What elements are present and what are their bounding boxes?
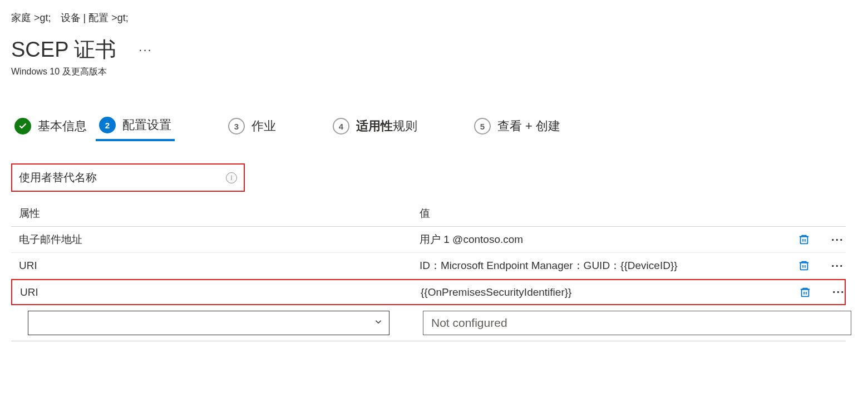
cell-attr: 电子邮件地址 — [19, 232, 408, 247]
section-subject-alt-name: 使用者替代名称 i — [11, 163, 245, 192]
san-table: 属性 值 电子邮件地址 用户 1 @contoso.com ··· URI ID… — [11, 201, 846, 341]
svg-rect-0 — [801, 237, 808, 244]
cell-attr: URI — [20, 286, 410, 298]
value-input[interactable]: Not configured — [423, 311, 851, 335]
delete-icon[interactable] — [799, 286, 832, 298]
cell-value: 用户 1 @contoso.com — [408, 232, 798, 247]
breadcrumb-devices[interactable]: 设备 | 配置 >gt; — [61, 12, 129, 23]
breadcrumb[interactable]: 家庭 >gt; 设备 | 配置 >gt; — [11, 11, 857, 24]
more-actions-button[interactable]: ··· — [139, 43, 152, 57]
breadcrumb-home[interactable]: 家庭 >gt; — [11, 12, 51, 23]
tab-basics-label: 基本信息 — [38, 118, 87, 135]
col-attribute: 属性 — [19, 206, 408, 221]
tab-configuration[interactable]: 2 配置设置 — [96, 111, 175, 141]
delete-icon[interactable] — [798, 233, 831, 246]
svg-rect-1 — [801, 263, 808, 270]
attribute-select[interactable] — [28, 311, 389, 335]
step-5-icon: 5 — [474, 118, 491, 135]
check-icon — [14, 118, 31, 135]
table-row: URI {{OnPremisesSecurityIdentifier}} ··· — [11, 279, 846, 305]
page-subtitle: Windows 10 及更高版本 — [11, 66, 857, 78]
tab-applicability-label: 适用性规则 — [356, 118, 417, 135]
chevron-down-icon — [373, 317, 383, 330]
new-row: Not configured — [11, 305, 846, 341]
info-icon[interactable]: i — [226, 172, 237, 183]
tab-review[interactable]: 5 查看 + 创建 — [471, 112, 564, 140]
cell-attr: URI — [19, 260, 408, 272]
wizard-tabs: 基本信息 2 配置设置 3 作业 4 适用性规则 5 查看 + 创建 — [11, 111, 857, 141]
tab-basics[interactable]: 基本信息 — [11, 112, 90, 140]
tab-review-label: 查看 + 创建 — [497, 118, 560, 135]
table-header: 属性 值 — [11, 201, 846, 227]
row-more-icon[interactable]: ··· — [832, 286, 855, 298]
tab-configuration-label: 配置设置 — [122, 117, 171, 133]
step-2-icon: 2 — [99, 117, 116, 133]
table-row: URI ID：Microsoft Endpoint Manager：GUID：{… — [11, 253, 846, 279]
svg-rect-2 — [802, 289, 809, 296]
tab-assignments[interactable]: 3 作业 — [225, 112, 279, 140]
tab-assignments-label: 作业 — [251, 118, 276, 135]
step-3-icon: 3 — [228, 118, 245, 135]
table-row: 电子邮件地址 用户 1 @contoso.com ··· — [11, 227, 846, 253]
step-4-icon: 4 — [333, 118, 349, 135]
cell-value: ID：Microsoft Endpoint Manager：GUID：{{Dev… — [408, 258, 798, 273]
col-value: 值 — [408, 206, 798, 221]
row-more-icon[interactable]: ··· — [831, 233, 854, 246]
delete-icon[interactable] — [798, 260, 831, 272]
page-title: SCEP 证书 — [11, 36, 116, 64]
section-label: 使用者替代名称 — [19, 170, 97, 185]
cell-value: {{OnPremisesSecurityIdentifier}} — [410, 286, 799, 298]
tab-applicability[interactable]: 4 适用性规则 — [329, 112, 421, 140]
row-more-icon[interactable]: ··· — [831, 260, 854, 272]
